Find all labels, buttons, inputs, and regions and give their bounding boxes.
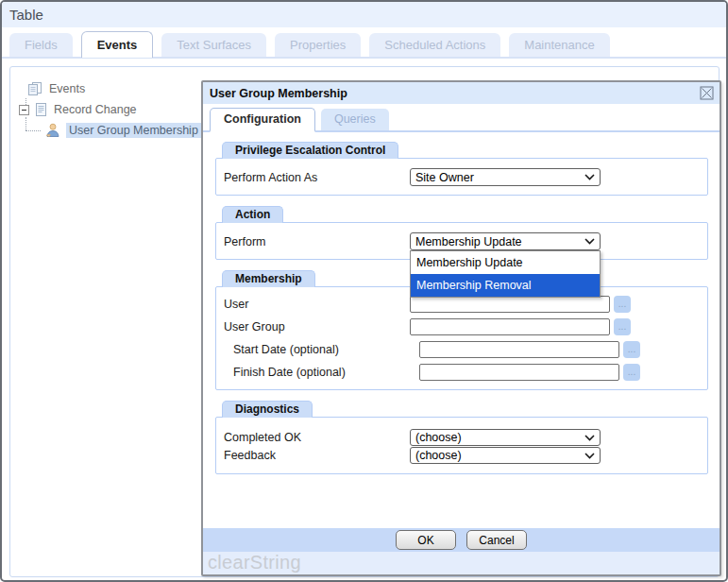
section-box-action: Perform Membership Update Membership Upd…: [215, 222, 708, 260]
tab-scheduled-actions[interactable]: Scheduled Actions: [369, 33, 500, 58]
section-privilege-escalation: Privilege Escalation Control Perform Act…: [215, 140, 708, 196]
chevron-down-icon: [584, 435, 595, 441]
section-box-diagnostics: Completed OK (choose) Feedback (choose): [215, 417, 708, 474]
window-titlebar: Table: [2, 2, 726, 27]
close-icon[interactable]: [700, 86, 714, 100]
perform-action-as-row: Perform Action As Site Owner: [224, 168, 702, 186]
perform-select[interactable]: Membership Update: [410, 232, 601, 250]
user-group-input[interactable]: [410, 318, 610, 335]
user-group-label: User Group: [224, 320, 410, 334]
perform-action-as-value: Site Owner: [415, 171, 474, 184]
dialog-tab-configuration[interactable]: Configuration: [210, 108, 315, 132]
user-browse-button[interactable]: ...: [614, 296, 631, 313]
document-icon: [33, 102, 48, 117]
section-box-privilege: Perform Action As Site Owner: [215, 158, 708, 196]
finish-date-browse-button[interactable]: ...: [623, 364, 640, 381]
chevron-down-icon: [584, 174, 595, 180]
section-title-privilege: Privilege Escalation Control: [222, 142, 398, 159]
feedback-row: Feedback (choose): [224, 447, 702, 464]
perform-action-as-select[interactable]: Site Owner: [410, 168, 601, 186]
dialog-footer: OK Cancel: [203, 528, 720, 552]
completed-ok-label: Completed OK: [224, 431, 410, 444]
chevron-down-icon: [584, 238, 595, 245]
user-group-membership-dialog: User Group Membership Configuration Quer…: [201, 80, 721, 576]
completed-ok-value: (choose): [415, 431, 462, 444]
pages-icon: [27, 81, 43, 96]
dialog-tabstrip: Configuration Queries: [203, 104, 720, 132]
perform-select-wrap: Membership Update Membership Update Memb…: [410, 232, 601, 250]
perform-action-as-label: Perform Action As: [224, 171, 410, 184]
completed-ok-select[interactable]: (choose): [410, 429, 601, 446]
dialog-body: Privilege Escalation Control Perform Act…: [203, 132, 720, 528]
start-date-row: Start Date (optional) ...: [224, 340, 702, 358]
perform-value: Membership Update: [415, 235, 522, 248]
person-icon: [44, 123, 60, 138]
completed-ok-row: Completed OK (choose): [224, 429, 702, 446]
window-title: Table: [9, 7, 43, 23]
tree-label-record-change: Record Change: [54, 103, 137, 116]
section-box-membership: User ... User Group ... Start Date (opti…: [215, 286, 708, 390]
dialog-header: User Group Membership: [203, 82, 720, 104]
perform-label: Perform: [224, 235, 410, 248]
cancel-button[interactable]: Cancel: [466, 530, 527, 550]
start-date-input[interactable]: [419, 341, 619, 358]
collapse-expander-icon[interactable]: [19, 105, 29, 115]
user-label: User: [224, 298, 410, 311]
user-group-row: User Group ...: [224, 317, 702, 335]
section-action: Action Perform Membership Update: [215, 204, 708, 260]
tab-text-surfaces[interactable]: Text Surfaces: [161, 33, 266, 58]
feedback-value: (choose): [415, 449, 462, 462]
tree-label-events: Events: [49, 82, 85, 95]
dialog-tab-queries[interactable]: Queries: [321, 109, 389, 130]
dropdown-option-membership-removal[interactable]: Membership Removal: [411, 274, 600, 297]
section-title-action: Action: [222, 206, 283, 223]
perform-row: Perform Membership Update Membership Upd…: [224, 232, 702, 250]
finish-date-input[interactable]: [419, 364, 619, 381]
chevron-down-icon: [584, 453, 595, 459]
tab-events[interactable]: Events: [81, 31, 154, 58]
dropdown-option-membership-update[interactable]: Membership Update: [411, 251, 600, 274]
tree-label-user-group-membership: User Group Membership: [66, 123, 201, 138]
start-date-label: Start Date (optional): [224, 343, 419, 356]
tab-maintenance[interactable]: Maintenance: [509, 33, 609, 58]
finish-date-row: Finish Date (optional) ...: [224, 363, 702, 381]
clearstring-watermark: clearString: [203, 552, 720, 574]
dialog-title: User Group Membership: [210, 87, 700, 100]
tab-fields[interactable]: Fields: [9, 33, 73, 58]
section-title-membership: Membership: [222, 270, 315, 287]
perform-dropdown-list: Membership Update Membership Removal: [410, 250, 601, 298]
table-window: Table Fields Events Text Surfaces Proper…: [0, 0, 728, 582]
tab-properties[interactable]: Properties: [275, 33, 361, 58]
ok-button[interactable]: OK: [396, 530, 456, 550]
finish-date-label: Finish Date (optional): [224, 366, 419, 379]
start-date-browse-button[interactable]: ...: [623, 341, 640, 358]
section-diagnostics: Diagnostics Completed OK (choose) Feedba…: [215, 399, 708, 474]
user-group-browse-button[interactable]: ...: [614, 318, 631, 335]
feedback-select[interactable]: (choose): [410, 447, 601, 464]
feedback-label: Feedback: [224, 449, 410, 462]
main-tabstrip: Fields Events Text Surfaces Properties S…: [9, 32, 726, 58]
section-title-diagnostics: Diagnostics: [222, 401, 313, 418]
user-input[interactable]: [410, 296, 610, 313]
